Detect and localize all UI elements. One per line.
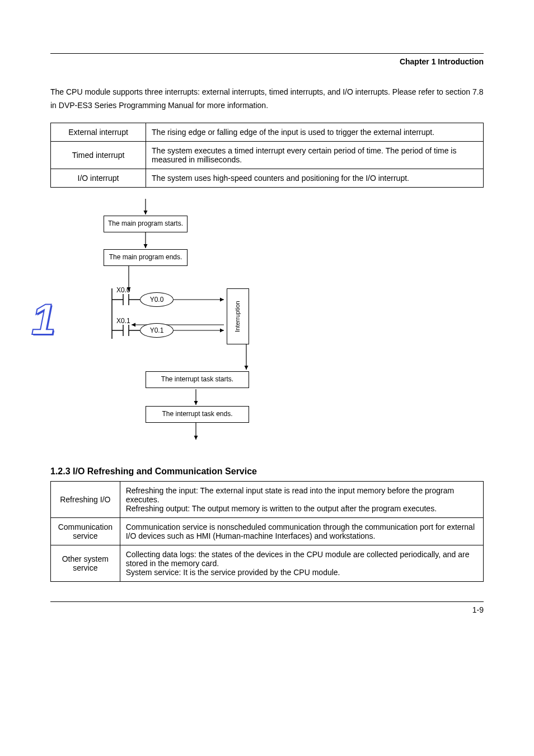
table-row: External interrupt The rising edge or fa… <box>51 123 484 141</box>
refresh-cell: Communication service is nonscheduled co… <box>120 517 483 545</box>
interrupt-table: External interrupt The rising edge or fa… <box>50 123 484 188</box>
chapter-title: Chapter 1 Introduction <box>50 57 484 66</box>
chapter-number-decorative: 1 <box>31 294 55 345</box>
coil-oval: Y0.0 <box>140 292 174 307</box>
interrupt-cell: External interrupt <box>51 123 146 141</box>
flow-main-start: The main program starts. <box>104 216 188 232</box>
refresh-cell: Refreshing I/O <box>51 481 120 517</box>
refresh-cell: Communication service <box>51 517 120 545</box>
flow-int-end: The interrupt task ends. <box>146 406 249 423</box>
interrupt-cell: The system executes a timed interrupt ev… <box>146 141 484 169</box>
coil-oval: Y0.1 <box>140 323 174 338</box>
interrupt-cell: The system uses high-speed counters and … <box>146 169 484 187</box>
footer: 1-9 <box>50 605 484 614</box>
flowchart: The main program starts. The main progra… <box>73 199 375 456</box>
intro-paragraph: The CPU module supports three interrupts… <box>50 86 484 113</box>
footer-rule <box>50 601 484 602</box>
table-row: Other system service Collecting data log… <box>51 545 484 581</box>
flow-int-start: The interrupt task starts. <box>146 371 249 388</box>
refresh-cell: Other system service <box>51 545 120 581</box>
table-row: Timed interrupt The system executes a ti… <box>51 141 484 169</box>
flow-main-end: The main program ends. <box>104 249 188 266</box>
refresh-cell: Collecting data logs: the states of the … <box>120 545 483 581</box>
interrupt-cell: The rising edge or falling edge of the i… <box>146 123 484 141</box>
flow-interruption: Interruption <box>227 288 249 344</box>
section-heading: 1.2.3 I/O Refreshing and Communication S… <box>50 466 484 477</box>
table-row: I/O interrupt The system uses high-speed… <box>51 169 484 187</box>
page-content: Chapter 1 Introduction The CPU module su… <box>0 0 534 637</box>
interrupt-cell: I/O interrupt <box>51 169 146 187</box>
contact-label: X0.1 <box>116 317 130 325</box>
table-row: Refreshing I/O Refreshing the input: The… <box>51 481 484 517</box>
interrupt-cell: Timed interrupt <box>51 141 146 169</box>
refresh-cell: Refreshing the input: The external input… <box>120 481 483 517</box>
contact-label: X0.0 <box>116 286 130 294</box>
refresh-table: Refreshing I/O Refreshing the input: The… <box>50 481 484 582</box>
header-rule <box>50 53 484 54</box>
page-number: 1-9 <box>472 605 484 614</box>
table-row: Communication service Communication serv… <box>51 517 484 545</box>
